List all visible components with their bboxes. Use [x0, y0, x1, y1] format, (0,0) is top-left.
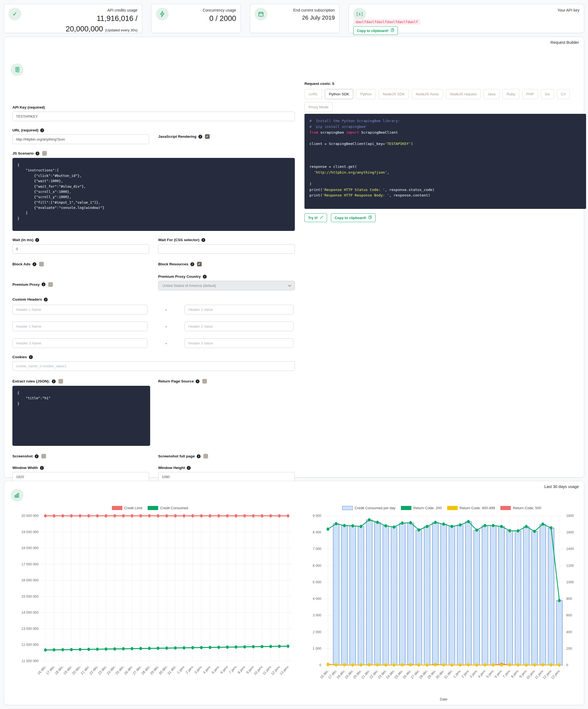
screenshot-full-page-checkbox[interactable]: ✔: [203, 454, 208, 458]
cookies-input[interactable]: [12, 361, 295, 371]
code-block[interactable]: # Install the Python ScrapingBee library…: [304, 114, 586, 209]
try-it-button[interactable]: Try it!: [304, 213, 327, 222]
header-1-value-input[interactable]: [185, 305, 293, 314]
return-page-source-checkbox[interactable]: ✔: [202, 379, 207, 384]
copy-api-key-button[interactable]: Copy to clipboard!: [353, 26, 398, 35]
svg-text:1 janv.: 1 janv.: [452, 669, 462, 679]
extract-rules-checkbox[interactable]: ✔: [58, 379, 63, 384]
js-scenario-editor[interactable]: { "instructions":[ {"click":"#button_id"…: [12, 158, 295, 231]
svg-text:1800: 1800: [566, 514, 574, 518]
svg-text:9 000: 9 000: [313, 514, 321, 518]
tab-c-[interactable]: C#: [557, 89, 570, 99]
legend-item[interactable]: Return Code: 500: [500, 506, 541, 510]
svg-text:12 000 000: 12 000 000: [21, 643, 38, 647]
info-icon[interactable]: i: [52, 379, 56, 383]
info-icon[interactable]: i: [35, 238, 39, 242]
block-ads-checkbox[interactable]: ✔: [39, 262, 44, 266]
screenshot-row: Screenshoti ✔ Screenshot full pagei ✔: [12, 454, 295, 458]
copy-code-button[interactable]: Copy to clipboard!: [331, 213, 376, 222]
tab-nodejs-axios[interactable]: NodeJS Axios: [412, 89, 443, 99]
info-icon[interactable]: i: [35, 454, 38, 458]
tab-php[interactable]: PHP: [522, 89, 538, 99]
info-icon[interactable]: i: [32, 262, 36, 266]
tab-go[interactable]: Go: [541, 89, 554, 99]
info-icon[interactable]: i: [40, 128, 44, 132]
js-rendering-checkbox[interactable]: ✔: [205, 134, 210, 139]
header-3-value-input[interactable]: [185, 338, 293, 348]
legend-item[interactable]: Return Code: 200: [401, 506, 442, 510]
premium-proxy-label: Premium Proxy: [12, 283, 40, 287]
svg-text:3 000: 3 000: [313, 613, 321, 617]
tab-java[interactable]: Java: [484, 89, 500, 99]
js-scenario-checkbox[interactable]: ✔: [42, 151, 47, 156]
tab-python-sdk[interactable]: Python SDK: [325, 89, 353, 99]
legend-label: Credit Limit: [124, 506, 142, 510]
request-builder-panel: Request Builder API Key (required) URL (…: [4, 37, 584, 477]
api-key-input[interactable]: [12, 112, 295, 121]
legend-label: Credit Consumed: [160, 506, 188, 510]
block-resources-checkbox[interactable]: ✔: [197, 262, 202, 266]
code-tabs: cURLPython SDKPythonNodeJS SDKNodeJS Axi…: [304, 89, 586, 112]
info-icon[interactable]: i: [202, 238, 205, 242]
premium-proxy-country-label: Premium Proxy Country: [158, 274, 201, 279]
url-input[interactable]: [12, 134, 149, 144]
svg-text:27 déc.: 27 déc.: [410, 669, 421, 680]
url-row: URL (required)i JavaScript Renderingi ✔: [12, 128, 295, 144]
tab-proxy-mode[interactable]: Proxy Mode: [304, 102, 332, 112]
tab-curl[interactable]: cURL: [304, 89, 322, 99]
window-height-input[interactable]: [158, 472, 295, 482]
svg-text:29 déc.: 29 déc.: [149, 665, 160, 676]
info-icon[interactable]: i: [40, 466, 44, 470]
info-icon[interactable]: i: [35, 152, 39, 155]
extract-rules-label: Extract rules (JSON):: [12, 379, 50, 383]
svg-text:200: 200: [566, 647, 572, 651]
window-size-row: Window Widthi Window Heighti: [12, 466, 295, 482]
legend-item[interactable]: Credit Consumed: [148, 506, 188, 510]
concurrency-value: 0 / 2000: [209, 14, 236, 24]
legend-item[interactable]: Return Code: 400-499: [447, 506, 495, 510]
info-icon[interactable]: i: [196, 379, 199, 383]
premium-proxy-country-select[interactable]: United Stated of America (default): [158, 281, 295, 290]
svg-text:26 déc.: 26 déc.: [124, 665, 134, 676]
header-2-value-input[interactable]: [185, 321, 293, 331]
extract-rules-editor[interactable]: { "title":"h1" }: [12, 386, 150, 446]
info-icon[interactable]: i: [187, 466, 191, 470]
tab-nodejs-sdk[interactable]: NodeJS SDK: [379, 89, 409, 99]
header-3-name-input[interactable]: [12, 338, 148, 348]
svg-text:28 déc.: 28 déc.: [418, 669, 429, 680]
wait-for-input[interactable]: [158, 244, 295, 254]
daily-usage-chart-legend: Credit Consumed per dayReturn Code: 200R…: [302, 505, 586, 511]
screenshot-checkbox[interactable]: ✔: [41, 454, 46, 458]
info-icon[interactable]: i: [190, 262, 194, 266]
svg-text:1000: 1000: [566, 580, 574, 584]
svg-text:18 000 000: 18 000 000: [21, 546, 38, 550]
tab-ruby[interactable]: Ruby: [502, 89, 519, 99]
tab-nodejs-request[interactable]: NodeJS request: [446, 89, 481, 99]
info-icon[interactable]: i: [197, 454, 201, 458]
legend-item[interactable]: Credit Consumed per day: [342, 506, 395, 510]
svg-text:24 déc.: 24 déc.: [385, 669, 396, 680]
svg-text:7 janv.: 7 janv.: [502, 669, 511, 679]
header-1-name-input[interactable]: [12, 305, 148, 314]
window-width-input[interactable]: [12, 472, 149, 482]
info-icon[interactable]: i: [42, 283, 46, 286]
wait-input[interactable]: [12, 244, 149, 254]
legend-swatch: [500, 506, 511, 510]
api-key-title: Your API key: [557, 8, 580, 12]
svg-text:6 janv.: 6 janv.: [220, 665, 229, 675]
svg-text:7 000: 7 000: [313, 547, 321, 551]
svg-text:5 janv.: 5 janv.: [485, 669, 495, 679]
copy-icon: [391, 28, 394, 33]
info-icon[interactable]: i: [29, 355, 33, 359]
wait-for-label: Wait For (CSS selector): [158, 238, 199, 242]
info-icon[interactable]: i: [198, 135, 202, 139]
header-separator: -: [148, 324, 185, 329]
cookies-group: Cookiesi: [12, 355, 295, 371]
tab-python[interactable]: Python: [356, 89, 376, 99]
info-icon[interactable]: i: [203, 275, 207, 279]
header-2-name-input[interactable]: [12, 321, 148, 331]
info-icon[interactable]: i: [44, 297, 48, 301]
svg-text:8 janv.: 8 janv.: [510, 669, 520, 679]
premium-proxy-checkbox[interactable]: ✔: [48, 282, 53, 287]
legend-item[interactable]: Credit Limit: [112, 506, 142, 510]
